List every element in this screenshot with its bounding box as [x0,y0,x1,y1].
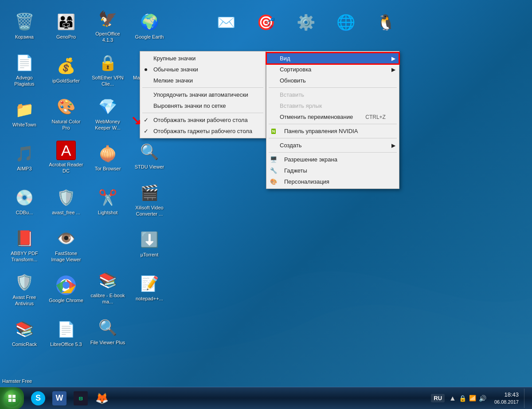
ctx-normal-icons[interactable]: Обычные значки [140,64,266,75]
icon-googleearth[interactable]: 🌍 Google Earth [129,4,169,47]
submenu-refresh[interactable]: Обновить [266,75,399,86]
icon-ipgold[interactable]: 💰 ipGoldSurfer [46,48,86,90]
submenu-create-label: Создать [280,142,301,149]
submenu-create[interactable]: Создать ▶ [266,140,399,151]
icon-comicrack[interactable]: 📚 ComicRack [4,312,44,354]
icon-xilisoft[interactable]: 🎬 Xilisoft Video Converter ... [129,178,169,220]
icon-utorrent[interactable]: ⬇️ µTorrent [129,222,169,264]
clock-date: 06.08.2017 [494,399,519,405]
icon-google-chrome[interactable]: Google Chrome [46,268,86,310]
ctx-show-icons[interactable]: ✓ Отображать значки рабочего стола [140,114,266,126]
taskbar-terminal[interactable]: ⊟ [70,389,91,408]
sub-sep2 [269,124,397,124]
icon-top3[interactable]: ⚙️ [288,4,324,40]
icon-avast2[interactable]: 🛡️ avast_free ... [46,180,86,222]
icon-lightshot[interactable]: ✂️ Lightshot [88,180,128,222]
taskbar-right: RU ▲ 🔒 📶 🔊 18:43 06.08.2017 [427,387,532,409]
volume-icon[interactable]: 🔊 [479,395,486,402]
icon-naturalcolor[interactable]: 🎨 Natural Color Pro [46,92,86,134]
submenu-personalize[interactable]: 🎨 Персонализация [266,176,399,187]
icon-stdu[interactable]: 🔍 STDU Viewer [129,134,169,177]
submenu-sort[interactable]: Сортировка ▶ [266,64,399,75]
svg-rect-4 [12,395,16,398]
icon-thunderbird[interactable]: ✉️ [208,4,244,40]
icon-notepadpp[interactable]: 📝 notepad++... [129,266,169,308]
icon-cdbu[interactable]: 💿 CDBu... [4,180,44,222]
network-icon[interactable]: 📶 [469,395,476,401]
svg-rect-6 [12,399,16,402]
submenu-paste: Вставить [266,89,399,100]
icon-libreoffice[interactable]: 📄 LibreOffice 5.3 [46,312,86,354]
icon-openoffice[interactable]: 🦅 OpenOffice 4.1.3 [88,4,128,47]
arrow-indicator: ↘ [131,113,141,128]
context-menu: Крупные значки Обычные значки Мелкие зна… [140,51,266,138]
ctx-small-icons[interactable]: Мелкие значки [140,75,266,86]
security-icon[interactable]: 🔒 [459,395,466,402]
taskbar-firefox[interactable]: 🦊 [92,389,112,408]
icon-top4[interactable]: 🌐 [328,4,364,40]
submenu-gadgets[interactable]: 🔧 Гаджеты [266,165,399,176]
submenu-undo-rename-label: Отменить переименование [280,114,353,120]
icon-calibre[interactable]: 📚 calibre - E-book ma... [88,266,128,308]
submenu-paste-label: Вставить [280,91,304,98]
submenu-refresh-label: Обновить [280,77,306,84]
icon-top2[interactable]: 🎯 [248,4,284,40]
icon-aimp3[interactable]: 🎵 AIMP3 [4,136,44,178]
icon-softether[interactable]: 🔒 SoftEther VPN Clie... [88,48,128,90]
taskbar-skype[interactable]: S [28,389,48,408]
submenu-vid-arrow: ▶ [391,55,395,62]
ctx-show-icons-label: Отображать значки рабочего стола [153,117,248,123]
sub-sep4 [269,152,397,153]
submenu-resolution[interactable]: 🖥️ Разрешение экрана [266,154,399,165]
submenu-nvidia-label: Панель управления NVIDIA [284,128,358,134]
nvidia-icon: N [270,128,277,135]
ctx-sep1 [142,87,263,88]
icon-top5[interactable]: 🐧 [368,4,403,40]
sub-sep1 [269,87,397,88]
icon-fileviewer[interactable]: 🔍 File Viewer Plus [88,310,128,352]
icon-faststone[interactable]: 👁️ FastStone Image Viewer [46,224,86,266]
hamster-label: Hamster Free [2,377,32,385]
icon-avast-free[interactable]: 🛡️ Avast Free Antivirus [4,268,44,310]
icon-recycle[interactable]: 🗑️ Корзина [4,4,44,47]
icon-genopro[interactable]: 👨‍👩‍👧 GenoPro [46,4,86,47]
language-indicator[interactable]: RU [431,394,445,402]
submenu-gadgets-label: Гаджеты [284,167,307,174]
up-arrow-icon[interactable]: ▲ [449,394,456,402]
submenu-sort-arrow: ▶ [391,67,395,73]
submenu-undo-rename-shortcut: CTRL+Z [365,114,386,120]
submenu-create-arrow: ▶ [391,142,395,149]
show-desktop-button[interactable] [524,389,528,408]
ctx-align-grid-label: Выровнять значки по сетке [153,102,226,109]
taskbar-word[interactable]: W [49,389,70,408]
ctx-align-grid[interactable]: Выровнять значки по сетке [140,100,266,111]
submenu: Вид ▶ Сортировка ▶ Обновить Вставить Вст… [266,51,399,189]
submenu-undo-rename[interactable]: Отменить переименование CTRL+Z [266,111,399,122]
submenu-nvidia[interactable]: N Панель управления NVIDIA [266,126,399,137]
svg-point-2 [63,282,70,289]
icon-abbyy[interactable]: 📕 ABBYY PDF Transform... [4,224,44,266]
submenu-paste-shortcut-label: Вставить ярлык [280,102,322,109]
ctx-show-gadgets-label: Отображать гаджеты рабочего стола [153,128,252,134]
sub-sep3 [269,138,397,138]
ctx-dot [145,68,147,71]
desktop: 🗑️ Корзина 📄 Advego Plagiatus 📁 WhiteTow… [0,0,532,409]
clock-time: 18:43 [494,391,519,399]
submenu-sort-label: Сортировка [280,66,311,73]
ctx-auto-arrange[interactable]: Упорядочить значки автоматически [140,89,266,100]
start-orb [4,390,20,407]
icon-advego[interactable]: 📄 Advego Plagiatus [4,48,44,90]
icon-whitetown[interactable]: 📁 WhiteTown [4,92,44,134]
icon-acrobat[interactable]: A Acrobat Reader DC [46,136,86,178]
submenu-vid[interactable]: Вид ▶ [266,53,399,64]
clock[interactable]: 18:43 06.08.2017 [491,391,522,406]
svg-rect-5 [8,399,12,402]
icon-webmoney[interactable]: 💎 WebMoney Keeper W... [88,92,128,134]
start-button[interactable] [0,387,24,409]
submenu-personalize-label: Персонализация [284,178,329,185]
ctx-auto-arrange-label: Упорядочить значки автоматически [153,91,248,98]
ctx-show-gadgets[interactable]: ✓ Отображать гаджеты рабочего стола [140,126,266,137]
ctx-small-icons-label: Мелкие значки [153,77,193,84]
ctx-large-icons[interactable]: Крупные значки [140,53,266,64]
icon-tor[interactable]: 🧅 Tor Browser [88,136,128,178]
